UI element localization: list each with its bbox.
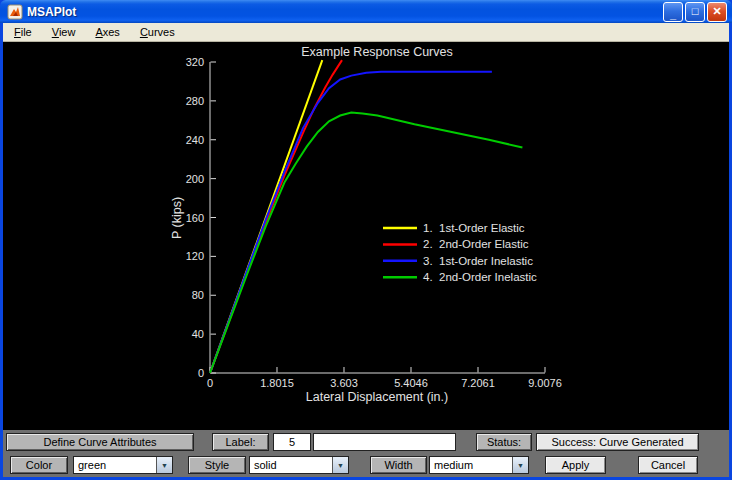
y-tick-label: 240 <box>186 134 204 146</box>
minimize-button[interactable]: _ <box>663 2 683 22</box>
x-tick-label: 0 <box>207 377 213 389</box>
y-tick-label: 120 <box>186 250 204 262</box>
style-select[interactable]: solid ▼ <box>249 456 349 474</box>
app-icon <box>7 4 23 20</box>
legend-entry: 1. 1st-Order Elastic <box>423 222 525 234</box>
color-select-value: green <box>74 457 156 473</box>
menu-file[interactable]: File <box>8 25 38 39</box>
define-curve-attributes-button[interactable]: Define Curve Attributes <box>6 433 194 451</box>
apply-button[interactable]: Apply <box>545 456 606 474</box>
control-bar: Define Curve Attributes Label: 5 Status:… <box>3 430 729 477</box>
label-label: Label: <box>212 433 269 451</box>
status-value: Success: Curve Generated <box>536 433 699 451</box>
cancel-button[interactable]: Cancel <box>638 456 698 474</box>
x-tick-label: 5.4046 <box>394 377 428 389</box>
width-select-value: medium <box>430 457 512 473</box>
legend: 1. 1st-Order Elastic2. 2nd-Order Elastic… <box>383 222 537 283</box>
label-number-field[interactable]: 5 <box>273 433 311 451</box>
width-select[interactable]: medium ▼ <box>429 456 529 474</box>
maximize-button[interactable]: □ <box>685 2 705 22</box>
chevron-down-icon[interactable]: ▼ <box>156 457 172 473</box>
menu-curves[interactable]: Curves <box>134 25 181 39</box>
style-select-value: solid <box>250 457 332 473</box>
menu-view[interactable]: View <box>46 25 82 39</box>
y-tick-label: 320 <box>186 56 204 68</box>
menu-bar: FileViewAxesCurves <box>3 23 729 42</box>
window-title: MSAPlot <box>27 5 663 19</box>
close-button[interactable]: ✕ <box>707 2 727 22</box>
response-curves-plot: 0408012016020024028032001.80153.6035.404… <box>3 42 729 430</box>
y-tick-label: 40 <box>192 328 204 340</box>
chevron-down-icon[interactable]: ▼ <box>332 457 348 473</box>
curve-2 <box>210 60 342 373</box>
x-axis-label: Lateral Displacement (in.) <box>306 390 448 404</box>
legend-entry: 4. 2nd-Order Inelastic <box>423 271 537 283</box>
y-tick-label: 280 <box>186 95 204 107</box>
x-tick-label: 9.0076 <box>528 377 562 389</box>
x-tick-label: 7.2061 <box>461 377 495 389</box>
msaplot-window: MSAPlot _ □ ✕ FileViewAxesCurves 0408012… <box>0 0 732 480</box>
label-text-input[interactable] <box>313 433 456 451</box>
y-tick-label: 200 <box>186 173 204 185</box>
plot-title: Example Response Curves <box>301 45 452 59</box>
x-tick-label: 1.8015 <box>260 377 294 389</box>
style-button[interactable]: Style <box>188 456 246 474</box>
chevron-down-icon[interactable]: ▼ <box>512 457 528 473</box>
legend-entry: 2. 2nd-Order Elastic <box>423 238 529 250</box>
x-tick-label: 3.603 <box>330 377 358 389</box>
y-tick-label: 0 <box>198 367 204 379</box>
menu-axes[interactable]: Axes <box>89 25 125 39</box>
window-body: FileViewAxesCurves 040801201602002402803… <box>0 23 732 480</box>
y-tick-label: 160 <box>186 212 204 224</box>
y-tick-label: 80 <box>192 289 204 301</box>
y-axis-label: P (kips) <box>170 197 184 239</box>
legend-entry: 3. 1st-Order Inelastic <box>423 255 533 267</box>
width-button[interactable]: Width <box>370 456 427 474</box>
title-bar[interactable]: MSAPlot _ □ ✕ <box>0 0 732 23</box>
status-label: Status: <box>476 433 532 451</box>
figure-area: 0408012016020024028032001.80153.6035.404… <box>3 42 729 430</box>
color-button[interactable]: Color <box>10 456 68 474</box>
color-select[interactable]: green ▼ <box>73 456 173 474</box>
